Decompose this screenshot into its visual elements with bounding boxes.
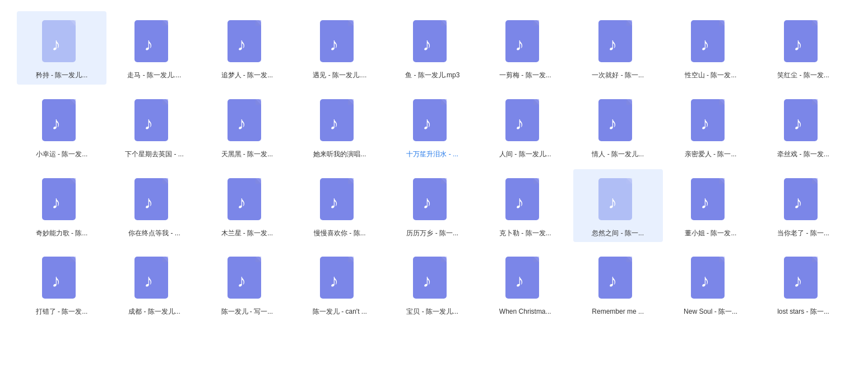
list-item[interactable]: ♪ 忽然之间 - 陈一... (573, 169, 663, 243)
list-item[interactable]: ♪ 木兰星 - 陈一发... (202, 169, 292, 243)
music-file-icon: ♪ (503, 174, 547, 224)
music-file-icon: ♪ (503, 252, 547, 303)
list-item[interactable]: ♪ 下个星期去英国 - ... (109, 90, 199, 164)
list-item[interactable]: ♪ 走马 - 陈一发儿.... (109, 11, 199, 85)
music-file-icon: ♪ (503, 16, 547, 66)
file-label: 遇见 - 陈一发儿.... (313, 71, 366, 80)
svg-text:♪: ♪ (52, 192, 61, 212)
file-label: 克卜勒 - 陈一发... (499, 229, 551, 238)
list-item[interactable]: ♪ 打错了 - 陈一发... (17, 248, 106, 321)
music-file-icon: ♪ (596, 95, 640, 145)
svg-rect-114 (163, 257, 168, 262)
file-label: 成都 - 陈一发儿... (128, 307, 180, 317)
file-label: 情人 - 陈一发儿... (592, 150, 644, 159)
list-item[interactable]: ♪ Remember me ... (573, 248, 663, 321)
list-item[interactable]: ♪ 宝贝 - 陈一发儿... (388, 248, 477, 321)
music-file-icon: ♪ (317, 16, 362, 66)
file-label: 木兰星 - 陈一发... (221, 229, 273, 238)
svg-rect-22 (533, 20, 539, 26)
music-file-grid: ♪ 矜持 - 陈一发儿... ♪ 走马 - 陈一发儿.... ♪ (6, 11, 862, 321)
list-item[interactable]: ♪ 人间 - 陈一发儿... (480, 90, 570, 164)
svg-text:♪: ♪ (608, 34, 617, 54)
music-file-icon: ♪ (688, 16, 733, 66)
svg-rect-70 (812, 99, 818, 105)
music-file-icon: ♪ (688, 252, 733, 303)
file-label: 历历万乡 - 陈一... (406, 229, 458, 238)
svg-text:♪: ♪ (52, 271, 61, 291)
list-item[interactable]: ♪ 陈一发儿 - 写一... (202, 248, 292, 321)
music-file-icon: ♪ (225, 95, 270, 145)
svg-text:♪: ♪ (144, 192, 153, 212)
svg-text:♪: ♪ (423, 192, 431, 212)
file-label: 亲密爱人 - 陈一... (685, 150, 737, 159)
list-item[interactable]: ♪ 奇妙能力歌 - 陈... (17, 169, 106, 243)
file-label: 一剪梅 - 陈一发... (499, 71, 551, 80)
list-item[interactable]: ♪ 追梦人 - 陈一发... (202, 11, 292, 85)
list-item[interactable]: ♪ 成都 - 陈一发儿... (109, 248, 199, 321)
file-label: 笑红尘 - 陈一发... (777, 71, 829, 80)
list-item[interactable]: ♪ 你在终点等我 - ... (109, 169, 199, 243)
list-item[interactable]: ♪ 她来听我的演唱... (295, 90, 384, 164)
svg-text:♪: ♪ (608, 192, 617, 212)
list-item[interactable]: ♪ 一次就好 - 陈一... (573, 11, 663, 85)
file-label: 天黑黑 - 陈一发... (221, 150, 273, 159)
svg-text:♪: ♪ (144, 34, 153, 54)
list-item[interactable]: ♪ 陈一发儿 - can't ... (295, 248, 384, 321)
svg-text:♪: ♪ (700, 192, 709, 212)
list-item[interactable]: ♪ 情人 - 陈一发儿... (573, 90, 663, 164)
svg-text:♪: ♪ (237, 113, 246, 133)
svg-rect-138 (719, 257, 725, 262)
list-item[interactable]: ♪ 董小姐 - 陈一发... (666, 169, 755, 243)
file-label: 她来听我的演唱... (313, 150, 366, 159)
list-item[interactable]: ♪ 性空山 - 陈一发... (666, 11, 755, 85)
list-item[interactable]: ♪ 克卜勒 - 陈一发... (480, 169, 570, 243)
svg-text:♪: ♪ (237, 34, 246, 54)
svg-rect-46 (256, 99, 261, 105)
list-item[interactable]: ♪ 矜持 - 陈一发儿... (17, 11, 106, 85)
list-item[interactable]: ♪ 慢慢喜欢你 - 陈... (295, 169, 384, 243)
list-item[interactable]: ♪ 十万笙升泪水 - ... (388, 90, 477, 164)
list-item[interactable]: ♪ 笑红尘 - 陈一发... (759, 11, 848, 85)
list-item[interactable]: ♪ 小幸运 - 陈一发... (17, 90, 106, 164)
file-label: 打错了 - 陈一发... (36, 307, 88, 317)
svg-rect-94 (533, 178, 539, 184)
file-label: 鱼 - 陈一发儿.mp3 (405, 71, 459, 80)
svg-rect-74 (70, 178, 76, 184)
list-item[interactable]: ♪ 鱼 - 陈一发儿.mp3 (388, 11, 477, 85)
music-file-icon: ♪ (317, 252, 362, 303)
list-item[interactable]: ♪ 历历万乡 - 陈一... (388, 169, 477, 243)
file-label: 走马 - 陈一发儿.... (127, 71, 181, 80)
music-file-icon: ♪ (132, 252, 177, 303)
music-file-icon: ♪ (596, 252, 640, 303)
music-file-icon: ♪ (410, 16, 455, 66)
list-item[interactable]: ♪ 天黑黑 - 陈一发... (202, 90, 292, 164)
list-item[interactable]: ♪ lost stars - 陈一... (759, 248, 848, 321)
music-file-icon: ♪ (132, 16, 177, 66)
svg-rect-14 (348, 20, 354, 26)
svg-text:♪: ♪ (515, 34, 524, 54)
list-item[interactable]: ♪ 亲密爱人 - 陈一... (666, 90, 755, 164)
file-label: 慢慢喜欢你 - 陈... (314, 229, 366, 238)
list-item[interactable]: ♪ 遇见 - 陈一发儿.... (295, 11, 384, 85)
file-label: 十万笙升泪水 - ... (406, 150, 458, 159)
svg-rect-102 (719, 178, 725, 184)
svg-text:♪: ♪ (237, 271, 246, 291)
svg-rect-34 (812, 20, 818, 26)
music-file-icon: ♪ (503, 95, 547, 145)
svg-text:♪: ♪ (52, 34, 61, 54)
list-item[interactable]: ♪ New Soul - 陈一... (666, 248, 755, 321)
svg-text:♪: ♪ (329, 34, 338, 54)
music-file-icon: ♪ (410, 174, 455, 224)
list-item[interactable]: ♪ 当你老了 - 陈一... (759, 169, 848, 243)
list-item[interactable]: ♪ 牵丝戏 - 陈一发... (759, 90, 848, 164)
svg-rect-110 (70, 257, 76, 262)
list-item[interactable]: ♪ 一剪梅 - 陈一发... (480, 11, 570, 85)
svg-text:♪: ♪ (329, 271, 338, 291)
file-label: 矜持 - 陈一发儿... (36, 71, 88, 80)
svg-rect-2 (70, 20, 76, 26)
music-file-icon: ♪ (596, 16, 640, 66)
list-item[interactable]: ♪ When Christma... (480, 248, 570, 321)
svg-text:♪: ♪ (144, 113, 153, 133)
music-file-icon: ♪ (688, 174, 733, 224)
svg-rect-126 (441, 257, 447, 262)
